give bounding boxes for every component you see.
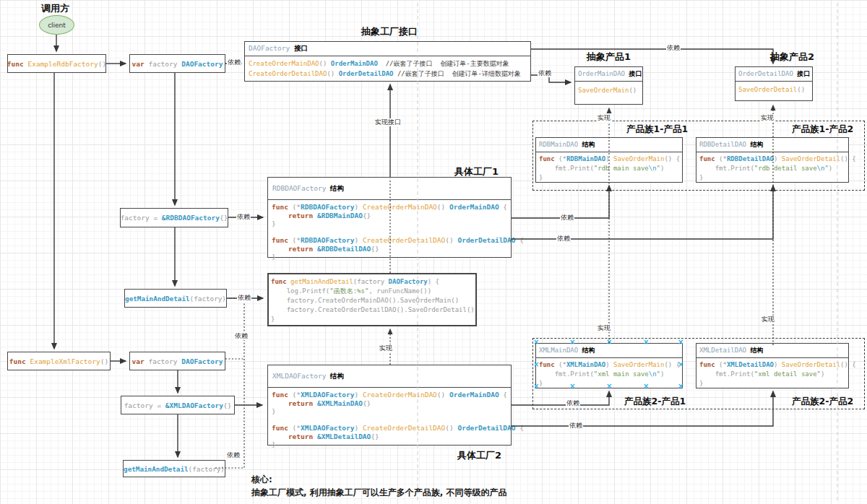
- edge-label-dep: 依赖: [538, 69, 552, 77]
- title-family1-product2: 产品族1-产品2: [792, 123, 853, 136]
- selection-handle[interactable]: ×: [569, 339, 575, 345]
- rdbdetaildao-header: RDBDetailDAO 结构: [696, 138, 848, 152]
- selection-handle[interactable]: ×: [643, 383, 649, 389]
- node-xmlmaindao-struct-selected[interactable]: XMLMainDAO 结构 func (*XMLMainDAO) SaveOrd…: [535, 343, 683, 388]
- diagram-canvas: { "caller_label": "调用方", "client_label":…: [0, 0, 867, 504]
- xmlmaindao-header: XMLMainDAO 结构: [536, 344, 682, 358]
- rdbdaofactory-body: func (*RDBDAOFactory) CreateOrderMainDAO…: [268, 200, 511, 264]
- node-getmainanddetail-call-1[interactable]: getMainAndDetail(factory): [124, 289, 227, 308]
- node-xmldaofactory-struct[interactable]: XMLDAOFactory 结构 func (*XMLDAOFactory) C…: [267, 365, 512, 446]
- ordermaindao-body: SaveOrderMain(): [575, 82, 642, 97]
- selection-handle[interactable]: ×: [533, 339, 539, 345]
- node-getmainanddetail-func[interactable]: func getMainAndDetail(factory DAOFactory…: [267, 273, 477, 326]
- selection-handle[interactable]: ×: [678, 383, 683, 389]
- orderdetaildao-header: OrderDetailDAO 接口: [736, 67, 812, 82]
- xmldaofactory-body: func (*XMLDAOFactory) CreateOrderMainDAO…: [268, 388, 511, 452]
- node-rdbmaindao-struct[interactable]: RDBMainDAO 结构 func (*RDBMainDAO) SaveOrd…: [535, 137, 683, 183]
- getmainanddetail-body: func getMainAndDetail(factory DAOFactory…: [269, 274, 475, 327]
- edge-label-dep: 依赖: [227, 58, 241, 66]
- edge-label-dep: 依赖: [236, 213, 251, 221]
- edge-factory1-to-rdbdetail[interactable]: [512, 186, 773, 239]
- client-label: client: [48, 22, 66, 29]
- rdbdaofactory-header: RDBDAOFactory 结构: [268, 178, 511, 200]
- node-func-example-rdb-factory[interactable]: func ExampleRdbFactory(): [7, 54, 106, 73]
- xmldaofactory-header: XMLDAOFactory 结构: [268, 365, 511, 388]
- title-family2-product1: 产品族2-产品1: [624, 396, 686, 408]
- edge-label-impl: 实现: [597, 324, 611, 332]
- node-rdbdetaildao-struct[interactable]: RDBDetailDAO 结构 func (*RDBDetailDAO) Sav…: [696, 137, 849, 183]
- edge-label-impl-iface: 实现接口: [374, 118, 402, 126]
- edge-label-dep: 依赖: [556, 235, 571, 243]
- selection-handle[interactable]: ×: [606, 383, 612, 389]
- edge-label-dep: 依赖: [237, 294, 251, 302]
- note-heading: 核心:: [251, 474, 272, 486]
- edge-label-impl: 实现: [761, 316, 775, 323]
- client-node[interactable]: client: [39, 15, 74, 35]
- rdbmaindao-header: RDBMainDAO 结构: [536, 138, 682, 152]
- daofactory-interface-body: CreateOrderMainDAO() OrderMainDAO //嵌套了子…: [245, 56, 530, 81]
- selection-handle[interactable]: ×: [678, 362, 683, 368]
- rdbmaindao-body: func (*RDBMainDAO) SaveOrderMain() { fmt…: [536, 152, 682, 185]
- rdbdetaildao-body: func (*RDBDetailDAO) SaveOrderDetail() {…: [696, 152, 848, 185]
- selection-handle[interactable]: ×: [606, 339, 612, 345]
- edge-label-dep: 依赖: [566, 399, 580, 407]
- selection-handle[interactable]: ×: [678, 339, 683, 345]
- node-rdbdaofactory-struct[interactable]: RDBDAOFactory 结构 func (*RDBDAOFactory) C…: [267, 177, 512, 258]
- node-func-example-xml-factory[interactable]: func ExampleXmlFactory(): [7, 352, 111, 370]
- daofactory-interface-header: DAOFactory 接口: [245, 42, 530, 56]
- edge-label-dep: 依赖: [226, 451, 241, 459]
- edge-call2-dep-dotted[interactable]: [215, 298, 244, 468]
- node-xmldetaildao-struct[interactable]: XMLDetailDAO 结构 func (*XMLDetailDAO) Sav…: [696, 343, 849, 388]
- edge-label-impl: 实现: [597, 114, 611, 122]
- title-abstract-product-1: 抽象产品1: [587, 51, 631, 64]
- node-var-factory-daofactory-1[interactable]: var factory DAOFactory: [129, 54, 225, 73]
- title-concrete-factory-2: 具体工厂2: [457, 449, 501, 462]
- edge-label-dep: 依赖: [569, 422, 583, 430]
- selection-handle[interactable]: ×: [643, 339, 649, 345]
- title-abstract-product-2: 抽象产品2: [770, 51, 814, 64]
- edge-label-dep: 依赖: [560, 214, 574, 222]
- selection-handle[interactable]: ×: [569, 383, 575, 389]
- node-orderdetaildao-interface[interactable]: OrderDetailDAO 接口 SaveOrderDetail(): [735, 66, 813, 101]
- node-daofactory-interface[interactable]: DAOFactory 接口 CreateOrderMainDAO() Order…: [244, 41, 531, 82]
- xmldetaildao-header: XMLDetailDAO 结构: [696, 344, 848, 358]
- title-concrete-factory-1: 具体工厂1: [454, 165, 499, 178]
- edge-label-dep: 依赖: [666, 44, 681, 52]
- xmldetaildao-body: func (*XMLDetailDAO) SaveOrderDetail() {…: [696, 358, 848, 391]
- selection-handle[interactable]: ×: [533, 383, 539, 389]
- title-family1-product1: 产品族1-产品1: [626, 123, 688, 136]
- caller-title: 调用方: [41, 2, 69, 15]
- title-abstract-factory-interface: 抽象工厂接口: [361, 25, 418, 38]
- edge-label-dep: 依赖: [234, 332, 249, 340]
- note-body: 抽象工厂模式, 利用抽象工厂可以生产多个产品族, 不同等级的产品: [251, 487, 506, 499]
- node-assign-xmldaofactory[interactable]: factory = &XMLDAOFactory{}: [121, 396, 235, 414]
- node-var-factory-daofactory-2[interactable]: var factory DAOFactory: [129, 352, 225, 370]
- edge-label-impl: 实现: [760, 114, 775, 122]
- orderdetaildao-body: SaveOrderDetail(): [736, 82, 812, 97]
- title-family2-product2: 产品族2-产品2: [792, 396, 853, 408]
- selection-handle[interactable]: ×: [533, 362, 539, 368]
- node-getmainanddetail-call-2[interactable]: getMainAndDetail(factory): [123, 460, 225, 477]
- ordermaindao-header: OrderMainDAO 接口: [575, 67, 642, 82]
- node-assign-rdbdaofactory[interactable]: factory = &RDBDAOFactory{}: [120, 208, 228, 227]
- edge-interface-to-product2[interactable]: [531, 49, 773, 64]
- node-ordermaindao-interface[interactable]: OrderMainDAO 接口 SaveOrderMain(): [574, 66, 643, 105]
- edge-label-impl: 实现: [379, 344, 393, 352]
